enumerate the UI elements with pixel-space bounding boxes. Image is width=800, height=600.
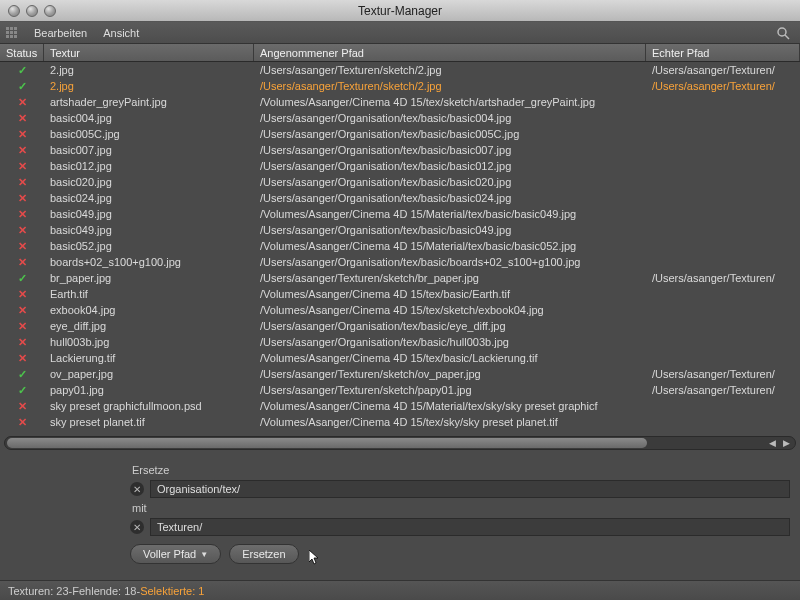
cell-assumed-path: /Volumes/Asanger/Cinema 4D 15/tex/basic/… (254, 352, 646, 364)
texture-table[interactable]: ✓2.jpg/Users/asanger/Texturen/sketch/2.j… (0, 62, 800, 430)
menu-edit[interactable]: Bearbeiten (34, 27, 87, 39)
header-assumed[interactable]: Angenommener Pfad (254, 44, 646, 61)
status-missing-icon: ✕ (0, 192, 44, 205)
status-missing-icon: ✕ (0, 256, 44, 269)
table-row[interactable]: ✓papy01.jpg/Users/asanger/Texturen/sketc… (0, 382, 800, 398)
cell-assumed-path: /Volumes/Asanger/Cinema 4D 15/tex/basic/… (254, 288, 646, 300)
layout-icon[interactable] (6, 27, 18, 39)
status-missing-icon: ✕ (0, 160, 44, 173)
cell-texture: eye_diff.jpg (44, 320, 254, 332)
with-label: mit (132, 502, 800, 514)
table-row[interactable]: ✓br_paper.jpg/Users/asanger/Texturen/ske… (0, 270, 800, 286)
titlebar: Textur-Manager (0, 0, 800, 22)
header-texture[interactable]: Textur (44, 44, 254, 61)
horizontal-scrollbar[interactable]: ◀ ▶ (4, 436, 796, 450)
table-row[interactable]: ✕exbook04.jpg/Volumes/Asanger/Cinema 4D … (0, 302, 800, 318)
cell-texture: 2.jpg (44, 80, 254, 92)
table-row[interactable]: ✕basic049.jpg/Volumes/Asanger/Cinema 4D … (0, 206, 800, 222)
table-row[interactable]: ✓ov_paper.jpg/Users/asanger/Texturen/ske… (0, 366, 800, 382)
table-row[interactable]: ✓2.jpg/Users/asanger/Texturen/sketch/2.j… (0, 62, 800, 78)
cell-texture: basic004.jpg (44, 112, 254, 124)
table-row[interactable]: ✕basic004.jpg/Users/asanger/Organisation… (0, 110, 800, 126)
replace-button[interactable]: Ersetzen (229, 544, 298, 564)
status-missing-icon: ✕ (0, 320, 44, 333)
header-status[interactable]: Status (0, 44, 44, 61)
cell-real-path: /Users/asanger/Texturen/ (646, 80, 800, 92)
cell-texture: Earth.tif (44, 288, 254, 300)
table-row[interactable]: ✕basic020.jpg/Users/asanger/Organisation… (0, 174, 800, 190)
svg-line-1 (785, 35, 789, 39)
cell-assumed-path: /Users/asanger/Organisation/tex/basic/ba… (254, 192, 646, 204)
table-row[interactable]: ✕basic007.jpg/Users/asanger/Organisation… (0, 142, 800, 158)
cell-texture: artshader_greyPaint.jpg (44, 96, 254, 108)
table-row[interactable]: ✕Lackierung.tif/Volumes/Asanger/Cinema 4… (0, 350, 800, 366)
cell-texture: sky preset graphicfullmoon.psd (44, 400, 254, 412)
column-headers: Status Textur Angenommener Pfad Echter P… (0, 44, 800, 62)
scrollbar-thumb[interactable] (7, 438, 647, 448)
clear-replace-icon[interactable]: ✕ (130, 482, 144, 496)
with-input[interactable] (150, 518, 790, 536)
cell-real-path: /Users/asanger/Texturen/ (646, 272, 800, 284)
cell-texture: hull003b.jpg (44, 336, 254, 348)
status-missing-icon: ✕ (0, 224, 44, 237)
cell-texture: basic052.jpg (44, 240, 254, 252)
cell-texture: basic024.jpg (44, 192, 254, 204)
cell-assumed-path: /Volumes/Asanger/Cinema 4D 15/Material/t… (254, 208, 646, 220)
cell-assumed-path: /Users/asanger/Organisation/tex/basic/hu… (254, 336, 646, 348)
table-row[interactable]: ✕Earth.tif/Volumes/Asanger/Cinema 4D 15/… (0, 286, 800, 302)
path-mode-dropdown[interactable]: Voller Pfad ▼ (130, 544, 221, 564)
status-ok-icon: ✓ (0, 64, 44, 77)
status-missing-icon: ✕ (0, 176, 44, 189)
cell-texture: basic049.jpg (44, 224, 254, 236)
menubar: Bearbeiten Ansicht (0, 22, 800, 44)
clear-with-icon[interactable]: ✕ (130, 520, 144, 534)
table-row[interactable]: ✕boards+02_s100+g100.jpg/Users/asanger/O… (0, 254, 800, 270)
status-missing-icon: ✕ (0, 96, 44, 109)
status-missing-icon: ✕ (0, 144, 44, 157)
table-row[interactable]: ✕hull003b.jpg/Users/asanger/Organisation… (0, 334, 800, 350)
header-real[interactable]: Echter Pfad (646, 44, 800, 61)
status-missing-icon: ✕ (0, 288, 44, 301)
cell-assumed-path: /Volumes/Asanger/Cinema 4D 15/Material/t… (254, 400, 646, 412)
cell-assumed-path: /Users/asanger/Organisation/tex/basic/ba… (254, 224, 646, 236)
cell-texture: Lackierung.tif (44, 352, 254, 364)
window: Textur-Manager Bearbeiten Ansicht Status… (0, 0, 800, 600)
table-row[interactable]: ✕sky preset graphicfullmoon.psd/Volumes/… (0, 398, 800, 414)
replace-input[interactable] (150, 480, 790, 498)
replace-label: Ersetze (132, 464, 800, 476)
cell-assumed-path: /Volumes/Asanger/Cinema 4D 15/Material/t… (254, 240, 646, 252)
table-row[interactable]: ✕basic024.jpg/Users/asanger/Organisation… (0, 190, 800, 206)
replace-form: Ersetze ✕ mit ✕ Voller Pfad ▼ Ersetzen (0, 450, 800, 564)
cell-texture: br_paper.jpg (44, 272, 254, 284)
table-row[interactable]: ✕basic049.jpg/Users/asanger/Organisation… (0, 222, 800, 238)
cell-texture: basic005C.jpg (44, 128, 254, 140)
status-missing-icon: ✕ (0, 208, 44, 221)
cell-texture: basic049.jpg (44, 208, 254, 220)
table-row[interactable]: ✕eye_diff.jpg/Users/asanger/Organisation… (0, 318, 800, 334)
scroll-left-icon[interactable]: ◀ (765, 438, 779, 448)
search-icon[interactable] (776, 26, 790, 40)
menu-view[interactable]: Ansicht (103, 27, 139, 39)
status-missing-label: Fehlende: (72, 585, 121, 597)
cell-texture: papy01.jpg (44, 384, 254, 396)
cell-real-path: /Users/asanger/Texturen/ (646, 384, 800, 396)
cell-assumed-path: /Users/asanger/Texturen/sketch/br_paper.… (254, 272, 646, 284)
svg-point-0 (778, 28, 786, 36)
cell-assumed-path: /Users/asanger/Organisation/tex/basic/ba… (254, 112, 646, 124)
status-missing-icon: ✕ (0, 240, 44, 253)
status-bar: Texturen: 23 - Fehlende: 18 - Selektiert… (0, 580, 800, 600)
table-row[interactable]: ✕basic052.jpg/Volumes/Asanger/Cinema 4D … (0, 238, 800, 254)
table-row[interactable]: ✓2.jpg/Users/asanger/Texturen/sketch/2.j… (0, 78, 800, 94)
cell-assumed-path: /Users/asanger/Texturen/sketch/2.jpg (254, 64, 646, 76)
cell-texture: ov_paper.jpg (44, 368, 254, 380)
cell-assumed-path: /Users/asanger/Organisation/tex/basic/bo… (254, 256, 646, 268)
table-row[interactable]: ✕artshader_greyPaint.jpg/Volumes/Asanger… (0, 94, 800, 110)
table-row[interactable]: ✕basic005C.jpg/Users/asanger/Organisatio… (0, 126, 800, 142)
status-selected-label: Selektierte: (140, 585, 195, 597)
scroll-right-icon[interactable]: ▶ (779, 438, 793, 448)
status-missing-icon: ✕ (0, 416, 44, 429)
table-row[interactable]: ✕basic012.jpg/Users/asanger/Organisation… (0, 158, 800, 174)
cell-texture: basic007.jpg (44, 144, 254, 156)
table-row[interactable]: ✕sky preset planet.tif/Volumes/Asanger/C… (0, 414, 800, 430)
window-title: Textur-Manager (0, 4, 800, 18)
